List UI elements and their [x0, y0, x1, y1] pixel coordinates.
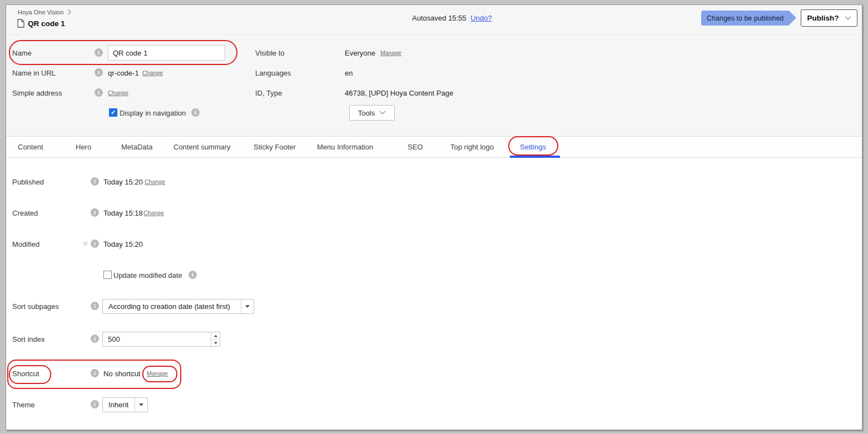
- sort-index-stepper[interactable]: [102, 332, 220, 347]
- active-tab-underline: [510, 156, 560, 158]
- created-label: Created: [12, 209, 38, 217]
- sort-index-label: Sort index: [12, 335, 45, 343]
- theme-value: Inherit: [103, 398, 135, 412]
- dropdown-arrow-icon[interactable]: [241, 300, 254, 313]
- sort-subpages-value: According to creation date (latest first…: [103, 300, 241, 313]
- name-in-url-label: Name in URL: [12, 69, 56, 77]
- simple-address-change-link[interactable]: Change: [108, 89, 128, 96]
- breadcrumb[interactable]: Hoya One Vision: [18, 9, 72, 16]
- display-in-navigation-checkbox[interactable]: ✓: [109, 108, 117, 117]
- shortcut-info-icon[interactable]: i: [91, 369, 99, 377]
- chevron-down-icon: [379, 111, 386, 115]
- breadcrumb-parent[interactable]: Hoya One Vision: [18, 9, 63, 16]
- created-change-link[interactable]: Change: [143, 209, 164, 216]
- name-label: Name: [12, 49, 32, 57]
- tab-top-right-logo[interactable]: Top right logo: [450, 143, 494, 151]
- spinner-up-icon[interactable]: [211, 332, 220, 339]
- publish-button-label: Publish?: [807, 14, 839, 22]
- theme-select[interactable]: Inherit: [102, 397, 148, 412]
- name-info-icon[interactable]: i: [95, 48, 103, 57]
- update-modified-date-label: Update modified date: [113, 271, 182, 280]
- modified-label: Modified: [12, 240, 39, 248]
- sort-subpages-info-icon[interactable]: i: [91, 302, 99, 310]
- document-icon: [17, 19, 24, 28]
- published-info-icon[interactable]: i: [91, 177, 99, 186]
- chevron-right-icon: [67, 9, 72, 15]
- sort-subpages-select[interactable]: According to creation date (latest first…: [102, 299, 254, 314]
- tools-button-label: Tools: [358, 109, 375, 117]
- tab-hero[interactable]: Hero: [76, 143, 91, 151]
- undo-link[interactable]: Undo?: [470, 14, 492, 22]
- sort-index-info-icon[interactable]: i: [91, 335, 99, 343]
- page-title-row: QR code 1: [17, 19, 65, 28]
- visible-to-manage-link[interactable]: Manage: [380, 49, 401, 56]
- spinner-buttons[interactable]: [211, 332, 220, 346]
- id-type-value: 46738, [UPD] Hoya Content Page: [345, 89, 453, 97]
- tab-content-summary[interactable]: Content summary: [173, 143, 231, 151]
- published-change-link[interactable]: Change: [145, 178, 165, 185]
- created-value: Today 15:18: [103, 209, 143, 217]
- simple-address-info-icon[interactable]: i: [95, 88, 103, 97]
- sort-subpages-label: Sort subpages: [12, 302, 59, 311]
- theme-label: Theme: [12, 401, 34, 409]
- status-badge: Changes to be published: [701, 11, 789, 26]
- name-in-url-value: qr-code-1: [108, 69, 139, 77]
- languages-label: Languages: [255, 69, 291, 77]
- tab-sticky-footer[interactable]: Sticky Footer: [254, 143, 296, 151]
- published-value: Today 15:20: [103, 178, 143, 186]
- update-modified-date-info-icon[interactable]: i: [189, 271, 197, 279]
- autosave-status: Autosaved 15:55 Undo?: [412, 14, 492, 22]
- dropdown-arrow-icon[interactable]: [135, 398, 147, 412]
- chevron-down-icon: [845, 16, 851, 21]
- update-modified-date-checkbox[interactable]: [103, 271, 112, 279]
- spinner-down-icon[interactable]: [211, 339, 220, 346]
- name-in-url-change-link[interactable]: Change: [142, 69, 163, 76]
- modified-info-icon[interactable]: i: [91, 240, 99, 248]
- shortcut-manage-link[interactable]: Manage: [147, 370, 168, 377]
- theme-info-icon[interactable]: i: [91, 400, 99, 408]
- name-input[interactable]: [108, 45, 225, 61]
- created-info-icon[interactable]: i: [91, 208, 99, 217]
- modified-value: Today 15:20: [103, 240, 143, 248]
- tab-menu-information[interactable]: Menu Information: [317, 143, 373, 151]
- autosaved-text: Autosaved 15:55: [412, 14, 467, 22]
- simple-address-label: Simple address: [12, 89, 62, 97]
- name-in-url-info-icon[interactable]: i: [95, 68, 103, 77]
- reset-value-icon[interactable]: ✕: [82, 240, 88, 248]
- tab-content[interactable]: Content: [18, 143, 43, 151]
- id-type-label: ID, Type: [255, 89, 282, 97]
- visible-to-label: Visible to: [255, 49, 285, 57]
- tab-metadata[interactable]: MetaData: [121, 143, 152, 151]
- tab-settings[interactable]: Settings: [520, 143, 546, 151]
- tab-seo[interactable]: SEO: [408, 143, 423, 151]
- display-in-navigation-label: Display in navigation: [120, 109, 186, 117]
- status-badge-label: Changes to be published: [707, 14, 783, 22]
- display-in-navigation-info-icon[interactable]: i: [191, 108, 200, 117]
- visible-to-value: Everyone: [345, 49, 375, 57]
- languages-value: en: [345, 69, 353, 77]
- header-divider: [6, 34, 862, 35]
- shortcut-label: Shortcut: [12, 370, 39, 378]
- page-title: QR code 1: [28, 19, 65, 28]
- publish-button[interactable]: Publish?: [801, 9, 857, 27]
- published-label: Published: [12, 178, 44, 186]
- sort-index-input[interactable]: [103, 332, 211, 346]
- tools-button[interactable]: Tools: [349, 105, 395, 121]
- shortcut-value: No shortcut: [103, 370, 140, 378]
